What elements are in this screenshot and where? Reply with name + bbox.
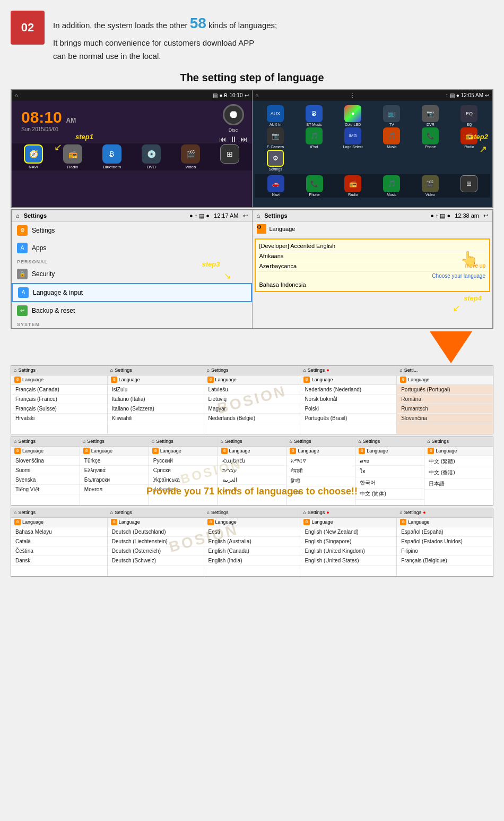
app-phone2[interactable]: 📞Phone <box>306 175 323 196</box>
lang-item[interactable]: Монгол <box>80 485 149 494</box>
lang-item[interactable]: Nederlands (België) <box>204 414 300 423</box>
lang-item-accented[interactable]: [Developer] Accented English <box>257 241 488 251</box>
lang-item[interactable]: Slovenčina <box>397 414 493 423</box>
app-dvr[interactable]: 📷DVR <box>412 105 449 126</box>
home-nav-icon[interactable]: 🧭 NAVI <box>24 144 43 169</box>
lang-item[interactable]: Français (Suisse) <box>11 404 107 414</box>
lang-item[interactable]: ລາວ <box>355 456 424 466</box>
home-bt-icon[interactable]: Ƀ Bluetooth <box>102 144 121 169</box>
lang-item[interactable]: English (India) <box>204 556 300 566</box>
lang-item[interactable]: Français (Canada) <box>11 385 107 395</box>
lang-item[interactable]: Српски <box>149 466 218 475</box>
lang-item[interactable]: Norsk bokmål <box>300 395 396 404</box>
lang-item[interactable]: English (Singapore) <box>300 537 396 546</box>
lang-item[interactable]: Filipino <box>397 546 493 556</box>
home-video-icon[interactable]: 🎬 Video <box>181 144 200 169</box>
lang-item[interactable]: Suomi <box>11 466 80 475</box>
lang-item[interactable]: Español (Estados Unidos) <box>397 537 493 546</box>
lang-item[interactable]: Magyar <box>204 404 300 414</box>
lang-item[interactable]: नेपाली <box>286 466 355 476</box>
home-menu-icon[interactable]: ⊞ <box>220 144 239 169</box>
lang-item[interactable]: Deutsch (Schweiz) <box>108 556 204 566</box>
lang-item[interactable]: עברית <box>218 466 286 475</box>
lang-item[interactable]: Deutsch (Liechtenstein) <box>108 537 204 546</box>
lang-item[interactable]: Română <box>397 395 493 404</box>
lang-item[interactable]: Kiswahili <box>108 414 204 423</box>
lang-item[interactable]: Dansk <box>11 556 107 566</box>
lang-item[interactable]: Bahasa Melayu <box>11 527 107 537</box>
media-controls[interactable]: ⏮ ⏸ ⏭ <box>219 135 248 143</box>
settings-item-backup[interactable]: ↩ Backup & reset <box>12 302 252 320</box>
lang-item[interactable]: 한국어 <box>355 477 424 489</box>
lang-item[interactable]: العربية <box>218 475 286 485</box>
lang-item[interactable]: ใจ <box>355 466 424 477</box>
lang-item[interactable]: Български <box>80 475 149 485</box>
app-video2[interactable]: 🎬Video <box>422 175 439 196</box>
lang-item[interactable]: Deutsch (Deutschland) <box>108 527 204 537</box>
lang-item[interactable]: Türkçe <box>80 456 149 466</box>
play-btn[interactable]: ⏸ <box>230 135 237 143</box>
app-radio2[interactable]: 📻Radio <box>344 175 361 196</box>
lang-item-afrikaans[interactable]: Afrikaans <box>257 251 488 261</box>
app-tv[interactable]: 📺TV <box>373 105 411 126</box>
lang-item[interactable]: 日本語 <box>424 478 493 490</box>
lang-item[interactable]: Català <box>11 537 107 546</box>
lang-item[interactable]: Eesti <box>204 527 300 537</box>
app-eq[interactable]: EQEQ <box>450 105 488 126</box>
lang-item[interactable]: English (United States) <box>300 556 396 566</box>
lang-item[interactable]: Français (Belgique) <box>397 556 493 566</box>
prev-btn[interactable]: ⏮ <box>219 135 227 143</box>
lang-item[interactable]: Italiano (Svizzera) <box>108 404 204 414</box>
lang-item[interactable]: Svenska <box>11 475 80 485</box>
lang-item[interactable]: Hrvatski <box>11 414 107 423</box>
app-settings[interactable]: ⚙Settings <box>257 150 294 171</box>
settings-item-language[interactable]: A Language & input <box>12 283 252 302</box>
lang-item[interactable]: IsiZulu <box>108 385 204 395</box>
lang-item[interactable]: Español (España) <box>397 527 493 537</box>
lang-item[interactable]: 中文 (简体) <box>355 489 424 500</box>
lang-item[interactable]: Ελληνικά <box>80 466 149 475</box>
lang-item[interactable]: Português (Brasil) <box>300 414 396 423</box>
lang-item[interactable]: Italiano (Italia) <box>108 395 204 404</box>
lang-item[interactable]: Français (France) <box>11 395 107 404</box>
lang-item[interactable]: Slovenščina <box>11 456 80 466</box>
lang-item-az[interactable]: Azərbaycanca move up <box>257 261 488 272</box>
lang-item-bahasa[interactable]: Bahasa Indonesia <box>257 280 488 289</box>
lang-item[interactable]: Latviešu <box>204 385 300 395</box>
lang-item[interactable]: Português (Portugal) <box>397 385 493 395</box>
lang-item[interactable]: فارسی <box>218 485 286 494</box>
app-music[interactable]: 🎵Music <box>373 127 411 149</box>
app-phone[interactable]: 📞Phone <box>412 127 449 149</box>
lang-item[interactable]: Čeština <box>11 546 107 556</box>
app-ipod[interactable]: 🎵iPod <box>296 127 333 149</box>
next-btn[interactable]: ⏭ <box>240 135 248 143</box>
lang-item[interactable]: Lietuvių <box>204 395 300 404</box>
lang-item[interactable]: Українська <box>149 475 218 485</box>
lang-item[interactable]: Polski <box>300 404 396 414</box>
app-music2[interactable]: 🎵Music <box>383 175 400 196</box>
app-btmusic[interactable]: ɃBT Music <box>296 105 333 126</box>
lang-item[interactable]: 中文 (繁體) <box>424 456 493 467</box>
lang-item[interactable]: English (United Kingdom) <box>300 546 396 556</box>
home-radio-icon[interactable]: 📻 Radio <box>63 144 82 169</box>
app-logo[interactable]: IMGLogo Select <box>334 127 372 149</box>
home-dvd-icon[interactable]: 💿 DVD <box>142 144 161 169</box>
lang-item[interactable]: Rumantsch <box>397 404 493 414</box>
lang-item[interactable]: Русский <box>149 456 218 466</box>
lang-item[interactable]: አማርኛ <box>286 456 355 466</box>
app-fcamera[interactable]: 📷F. Camera <box>257 127 294 149</box>
lang-item[interactable]: Հայերէն <box>218 456 286 466</box>
lang-item[interactable]: English (New Zealand) <box>300 527 396 537</box>
settings-item-apps[interactable]: A Apps <box>12 240 252 257</box>
lang-item[interactable]: ქართული <box>149 485 218 494</box>
app-menu2[interactable]: ⊞ <box>460 175 477 196</box>
lang-item[interactable]: English (Canada) <box>204 546 300 556</box>
app-auxin[interactable]: AUXAUX In <box>257 105 294 126</box>
lang-item[interactable]: Deutsch (Österreich) <box>108 546 204 556</box>
lang-item[interactable]: 中文 (香港) <box>424 467 493 478</box>
app-colorled[interactable]: ●ColorLED <box>334 105 372 126</box>
lang-item[interactable]: Nederlands (Nederland) <box>300 385 396 395</box>
lang-item[interactable]: हिन्दी <box>286 476 355 486</box>
lang-item[interactable]: Tiếng Việt <box>11 485 80 494</box>
app-car[interactable]: 🚗Navi <box>267 175 284 196</box>
